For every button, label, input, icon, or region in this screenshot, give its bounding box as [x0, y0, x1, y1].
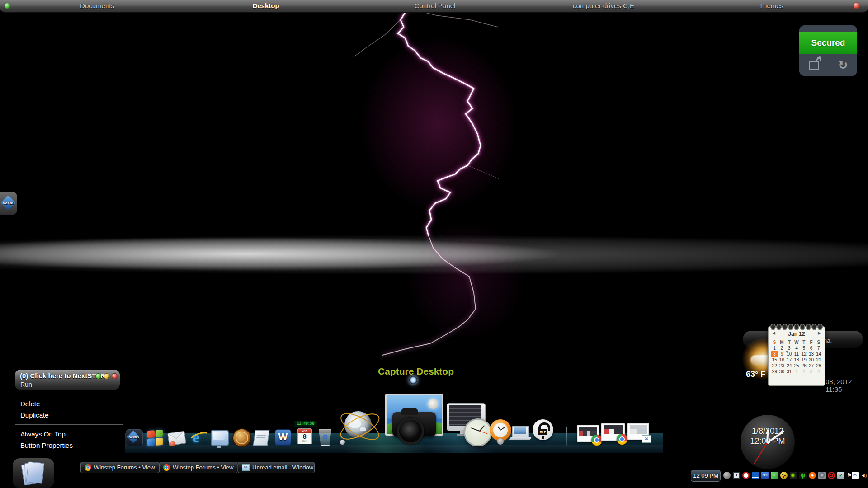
calendar-date[interactable]: 2: [778, 345, 785, 351]
refresh-icon[interactable]: ↻: [838, 61, 848, 70]
tray-razer-icon[interactable]: ψ: [799, 472, 807, 479]
dock-item-winstep-globe[interactable]: [339, 406, 379, 446]
dock-item-capture-desktop[interactable]: [385, 394, 445, 449]
dock-item-internet-explorer[interactable]: e: [190, 428, 207, 446]
calendar-date[interactable]: 23: [778, 363, 785, 369]
tray-ad-aware-icon[interactable]: [809, 472, 816, 479]
menubar-item-computer-drives[interactable]: computer drives C,E: [573, 2, 634, 9]
dock-item-uble[interactable]: BLE: [533, 419, 553, 440]
dock-item-led-clock[interactable]: 12:49:58: [294, 421, 317, 427]
laptop-icon: [510, 426, 531, 440]
menubar-item-desktop[interactable]: Desktop: [252, 2, 279, 9]
dock-item-chrome-window-1[interactable]: [577, 425, 599, 442]
tray-updater-icon[interactable]: ✓: [771, 472, 778, 479]
calendar-date[interactable]: 24: [786, 363, 793, 369]
dock-item-calendar[interactable]: JAN 8 SUN: [297, 428, 312, 444]
calendar-date-next-month[interactable]: 4: [815, 369, 822, 375]
context-menu-item-duplicate[interactable]: Duplicate: [15, 409, 123, 421]
taskbar-button-winstep-forums-1[interactable]: Winstep Forums • View ...: [80, 462, 159, 473]
dock-item-email-window[interactable]: ✉: [627, 423, 649, 440]
calendar-date[interactable]: 12: [800, 351, 807, 357]
calendar-date-today[interactable]: 10: [786, 351, 793, 357]
calendar-date[interactable]: 30: [778, 369, 785, 375]
tray-antivirus-icon[interactable]: ✔: [837, 472, 844, 479]
tray-display-icon[interactable]: [733, 472, 740, 479]
calendar-date[interactable]: 25: [793, 363, 800, 369]
tray-bug-icon[interactable]: [780, 472, 788, 479]
calendar-date-next-month[interactable]: 1: [793, 369, 800, 375]
open-window-icon[interactable]: [809, 61, 819, 70]
calendar-date[interactable]: 31: [786, 369, 793, 375]
documents-stack-button[interactable]: [13, 458, 54, 488]
calendar-date[interactable]: 22: [771, 363, 778, 369]
dock-item-chrome-window-2[interactable]: [601, 423, 625, 441]
calendar-date[interactable]: 14: [815, 351, 822, 357]
tray-pet-icon[interactable]: [723, 472, 731, 479]
window-preview-icon: [601, 423, 625, 441]
calendar-date[interactable]: 28: [815, 363, 822, 369]
dock-item-windows[interactable]: [147, 430, 163, 446]
tray-media-clock-icon[interactable]: [742, 472, 750, 479]
dock-item-recycle-bin[interactable]: ♻: [318, 429, 332, 446]
tray-webcam-icon[interactable]: [818, 472, 826, 479]
calendar-date[interactable]: 15: [771, 357, 778, 363]
calendar-date[interactable]: 21: [815, 357, 822, 363]
tray-volume-icon[interactable]: ◄): [859, 472, 868, 479]
tray-nvidia-icon[interactable]: [790, 472, 797, 479]
traffic-light-yellow-icon[interactable]: [104, 373, 109, 379]
calendar-date[interactable]: 5: [800, 345, 807, 351]
calendar-date[interactable]: 9: [778, 351, 785, 357]
menubar-item-themes[interactable]: Themes: [759, 2, 783, 9]
calendar-date-next-month[interactable]: 3: [807, 369, 815, 375]
tray-ccb-icon[interactable]: CCB: [761, 472, 769, 479]
menubar-red-orb-icon[interactable]: [854, 3, 859, 9]
calendar-date[interactable]: 20: [807, 357, 815, 363]
nexus-dock-edge-tab[interactable]: NeXuS: [0, 192, 17, 215]
dock-item-notepad[interactable]: [254, 430, 269, 446]
menubar-item-control-panel[interactable]: Control Panel: [415, 2, 456, 9]
dock-item-mail[interactable]: [168, 432, 185, 445]
calendar-date[interactable]: 1: [771, 345, 778, 351]
dock-item-laptop[interactable]: [510, 426, 531, 440]
calendar-date[interactable]: 6: [807, 345, 815, 351]
tray-mail-icon[interactable]: ✉: [852, 472, 859, 479]
calendar-date-next-month[interactable]: 2: [800, 369, 807, 375]
calendar-date[interactable]: 29: [771, 369, 778, 375]
traffic-light-green-icon[interactable]: [95, 373, 101, 379]
dock-item-display-settings[interactable]: [211, 430, 229, 446]
taskbar-button-label: Winstep Forums • View ...: [173, 464, 238, 471]
calendar-date-selected[interactable]: 8: [771, 351, 778, 357]
calendar-date[interactable]: 18: [793, 357, 800, 363]
dock-item-monitor-clock[interactable]: [447, 403, 492, 446]
calendar-date[interactable]: 3: [786, 345, 793, 351]
dock-item-sk-game[interactable]: [232, 428, 251, 447]
tray-clock[interactable]: 12 09 PM: [691, 470, 721, 482]
recycle-bin-icon: ♻: [318, 429, 332, 446]
calendar-date[interactable]: 13: [807, 351, 815, 357]
dock-item-word[interactable]: W: [275, 429, 291, 446]
context-menu-item-delete[interactable]: Delete: [15, 398, 123, 409]
traffic-light-red-icon[interactable]: [112, 373, 118, 379]
display-settings-icon: [211, 430, 229, 446]
taskbar-button-unread-email[interactable]: ✉ Unread email - Window...: [238, 462, 315, 473]
calendar-date[interactable]: 11: [793, 351, 800, 357]
chrome-icon: [85, 464, 91, 471]
taskbar-button-winstep-forums-2[interactable]: Winstep Forums • View ...: [159, 462, 238, 473]
calendar-date[interactable]: 27: [807, 363, 815, 369]
context-menu-item-always-on-top[interactable]: Always On Top: [15, 428, 123, 440]
context-menu-item-button-properties[interactable]: Button Properties: [15, 440, 123, 451]
menubar-item-documents[interactable]: Documents: [80, 2, 114, 9]
tray-target-icon[interactable]: [828, 472, 835, 479]
dock-item-nexus[interactable]: NeXuS: [126, 429, 143, 446]
tray-weather-channel-icon[interactable]: [752, 472, 759, 479]
context-menu-item-run[interactable]: Run: [20, 381, 32, 388]
calendar-date[interactable]: 17: [786, 357, 793, 363]
calendar-date[interactable]: 7: [815, 345, 822, 351]
calendar-date[interactable]: 16: [778, 357, 785, 363]
calendar-date[interactable]: 19: [800, 357, 807, 363]
calendar-date[interactable]: 26: [800, 363, 807, 369]
dock-item-alarm-clock[interactable]: [490, 419, 511, 445]
calendar-next-icon[interactable]: ▶: [818, 331, 821, 335]
calendar-date[interactable]: 4: [793, 345, 800, 351]
menubar-green-orb-icon[interactable]: [5, 3, 10, 9]
